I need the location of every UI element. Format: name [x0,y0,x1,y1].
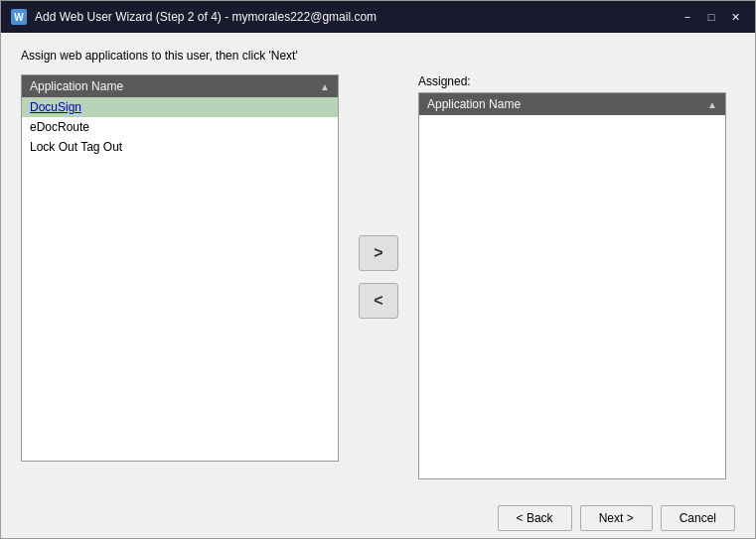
title-bar-title: Add Web User Wizard (Step 2 of 4) - mymo… [35,10,377,24]
cancel-button[interactable]: Cancel [661,505,735,531]
main-area: Application Name ▲ DocuSign eDocRoute Lo… [21,74,735,479]
title-bar: W Add Web User Wizard (Step 2 of 4) - my… [1,1,755,33]
assigned-label: Assigned: [418,74,726,88]
list-item[interactable]: DocuSign [22,97,338,117]
minimize-button[interactable]: − [678,8,697,26]
assigned-list: Application Name ▲ [418,92,726,479]
available-panel: Application Name ▲ DocuSign eDocRoute Lo… [21,74,339,462]
list-item[interactable]: Lock Out Tag Out [22,137,338,157]
assigned-panel: Assigned: Application Name ▲ [418,74,726,479]
content-area: Assign web applications to this user, th… [1,33,755,495]
footer: < Back Next > Cancel [1,495,755,539]
list-item[interactable]: eDocRoute [22,117,338,137]
available-list: Application Name ▲ DocuSign eDocRoute Lo… [21,74,339,462]
back-button[interactable]: < Back [498,505,572,531]
assigned-sort-icon: ▲ [707,99,717,110]
move-left-button[interactable]: < [359,283,398,319]
assigned-column-header: Application Name [427,97,521,111]
available-column-header: Application Name [30,79,123,93]
middle-controls: > < [339,215,418,319]
instruction-text: Assign web applications to this user, th… [21,49,735,63]
window: W Add Web User Wizard (Step 2 of 4) - my… [0,0,756,539]
available-list-header: Application Name ▲ [22,75,338,97]
assigned-list-header: Application Name ▲ [419,93,725,115]
restore-button[interactable]: □ [701,8,721,26]
title-bar-left: W Add Web User Wizard (Step 2 of 4) - my… [11,9,377,25]
next-button[interactable]: Next > [580,505,653,531]
title-bar-controls: − □ ✕ [678,8,745,26]
wizard-icon: W [11,9,27,25]
available-sort-icon: ▲ [320,81,330,92]
close-button[interactable]: ✕ [725,8,745,26]
move-right-button[interactable]: > [359,235,398,271]
